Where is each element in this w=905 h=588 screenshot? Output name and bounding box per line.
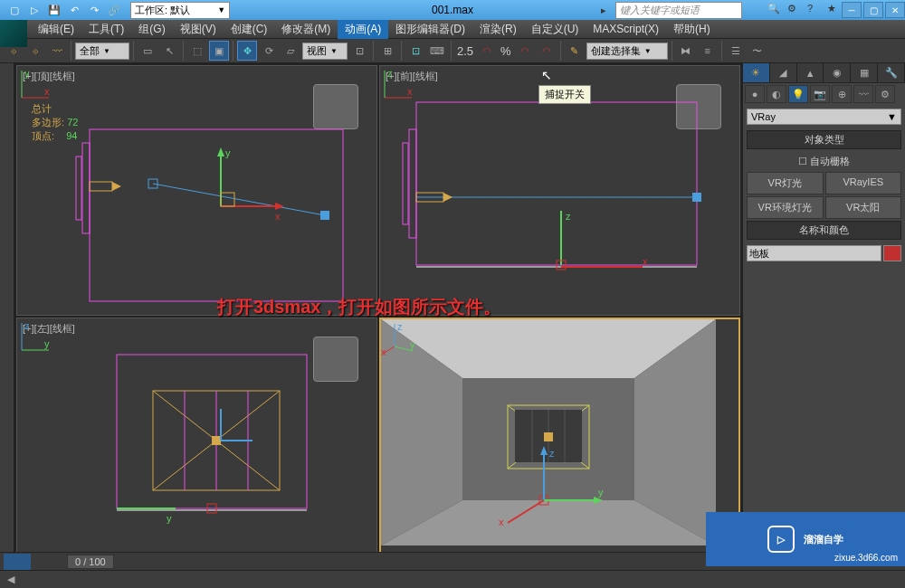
- tab-display[interactable]: ▦: [851, 63, 878, 82]
- svg-text:y: y: [44, 338, 50, 349]
- menu-help[interactable]: 帮助(H): [666, 22, 718, 37]
- select-icon[interactable]: ▭: [138, 41, 157, 61]
- window-select-icon[interactable]: ▣: [209, 41, 229, 61]
- viewport-top[interactable]: [+][顶][线框] 总计 多边形: 72 顶点: 94 y x: [16, 65, 377, 316]
- shapes-icon[interactable]: ◐: [767, 85, 786, 103]
- minimize-button[interactable]: ─: [842, 2, 862, 18]
- percent-label: %: [500, 44, 511, 58]
- ref-coord-system[interactable]: 视图▼: [302, 43, 348, 60]
- space-warps-icon[interactable]: 〰: [853, 85, 873, 103]
- app-logo-icon[interactable]: [0, 20, 27, 47]
- layers-icon[interactable]: ☰: [726, 41, 746, 61]
- keyboard-icon[interactable]: ⌨: [427, 41, 447, 61]
- menu-render[interactable]: 渲染(R): [472, 22, 524, 37]
- tab-motion[interactable]: ◉: [824, 63, 851, 82]
- menu-create[interactable]: 创建(C): [224, 22, 275, 37]
- svg-text:z: z: [387, 68, 393, 79]
- snap2d-icon[interactable]: ⊡: [405, 41, 425, 61]
- named-selection[interactable]: 创建选择集▼: [586, 43, 668, 60]
- link-icon[interactable]: 🔗: [107, 3, 121, 17]
- percent-snap-icon[interactable]: ◠: [515, 41, 535, 61]
- undo-icon[interactable]: ↶: [67, 3, 81, 17]
- svg-text:y: y: [410, 339, 415, 350]
- menu-animation[interactable]: 动画(A): [338, 20, 388, 39]
- btn-vrenvlight[interactable]: VR环境灯光: [747, 196, 824, 219]
- filename-label: 001.max: [432, 4, 473, 16]
- command-panel: ☀ ◢ ▲ ◉ ▦ 🔧 ● ◐ 💡 📷 ⊕ 〰 ⚙ VRay▼ 对象类型 ☐ 自…: [742, 63, 905, 570]
- menu-tools[interactable]: 工具(T): [81, 22, 131, 37]
- time-slider[interactable]: 0 / 100: [67, 555, 114, 569]
- move-icon[interactable]: ✥: [237, 41, 257, 61]
- select-arrow-icon[interactable]: ↖: [159, 41, 179, 61]
- svg-text:x: x: [407, 86, 413, 97]
- chevron-down-icon: ▼: [217, 5, 225, 14]
- menu-view[interactable]: 视图(V): [173, 22, 224, 37]
- open-icon[interactable]: ▷: [27, 3, 42, 17]
- viewport-perspective[interactable]: [+][VR 物理摄影[机001]][线框] z: [379, 318, 740, 568]
- tab-modify[interactable]: ◢: [770, 63, 797, 82]
- lights-icon[interactable]: 💡: [788, 85, 808, 103]
- watermark: ▷ 溜溜自学 zixue.3d66.com: [706, 512, 905, 566]
- cameras-icon[interactable]: 📷: [810, 85, 830, 103]
- rect-select-icon[interactable]: ⬚: [187, 41, 207, 61]
- curve-editor-icon[interactable]: 〜: [748, 41, 767, 61]
- tab-create[interactable]: ☀: [743, 63, 770, 82]
- renderer-select[interactable]: VRay▼: [747, 109, 901, 125]
- color-swatch[interactable]: [883, 245, 901, 261]
- search-input[interactable]: 键入关键字或短语: [615, 2, 742, 19]
- new-icon[interactable]: ▢: [7, 3, 22, 17]
- search-arrow-icon[interactable]: ▸: [601, 5, 606, 16]
- svg-text:x: x: [44, 86, 50, 97]
- systems-icon[interactable]: ⚙: [875, 85, 895, 103]
- geo-icon[interactable]: ●: [745, 85, 765, 103]
- menu-grapheditor[interactable]: 图形编辑器(D): [388, 22, 472, 37]
- menu-group[interactable]: 组(G): [131, 22, 172, 37]
- main-menu: 编辑(E) 工具(T) 组(G) 视图(V) 创建(C) 修改器(M) 动画(A…: [0, 20, 905, 38]
- play-icon: ▷: [767, 526, 795, 553]
- help-icon[interactable]: ?: [807, 3, 822, 17]
- timeline-config-icon[interactable]: [4, 554, 31, 570]
- scroll-left-icon[interactable]: ◀: [7, 574, 14, 585]
- menu-custom[interactable]: 自定义(U): [524, 22, 586, 37]
- tab-hierarchy[interactable]: ▲: [797, 63, 824, 82]
- main-toolbar: ⟐ ⟐ 〰 全部▼ ▭ ↖ ⬚ ▣ ✥ ⟳ ▱ 视图▼ ⊡ ⊞ ⊡ ⌨ 2.5 …: [0, 38, 905, 63]
- status-bar: ◀: [0, 570, 905, 588]
- bind-tool-icon[interactable]: 〰: [47, 41, 67, 61]
- svg-text:y: y: [24, 68, 30, 79]
- unlink-tool-icon[interactable]: ⟐: [25, 41, 45, 61]
- close-button[interactable]: ✕: [885, 2, 905, 18]
- maximize-button[interactable]: ▢: [863, 2, 883, 18]
- tab-utilities[interactable]: 🔧: [878, 63, 905, 82]
- save-icon[interactable]: 💾: [47, 3, 62, 17]
- svg-text:x: x: [381, 346, 386, 357]
- manip-icon[interactable]: ⊞: [377, 41, 397, 61]
- snap-tooltip: 捕捉开关: [538, 85, 591, 104]
- auto-grid-checkbox[interactable]: ☐ 自动栅格: [743, 151, 905, 172]
- align-icon[interactable]: ≡: [698, 41, 718, 61]
- edit-named-icon[interactable]: ✎: [565, 41, 585, 61]
- viewport-left[interactable]: [+][左][线框] y yz: [16, 318, 377, 568]
- workspace-label: 工作区: 默认: [135, 4, 190, 17]
- left-toolbar: [0, 63, 14, 570]
- redo-icon[interactable]: ↷: [87, 3, 101, 17]
- helpers-icon[interactable]: ⊕: [832, 85, 852, 103]
- menu-maxscript[interactable]: MAXScript(X): [586, 23, 666, 35]
- btn-vrlight[interactable]: VR灯光: [747, 172, 824, 194]
- backburner-icon[interactable]: ⚙: [787, 3, 802, 17]
- scale-icon[interactable]: ▱: [281, 41, 300, 61]
- selection-filter[interactable]: 全部▼: [75, 43, 129, 60]
- pivot-icon[interactable]: ⊡: [349, 41, 369, 61]
- rotate-icon[interactable]: ⟳: [259, 41, 279, 61]
- mirror-icon[interactable]: ⧓: [676, 41, 696, 61]
- btn-vrayies[interactable]: VRayIES: [825, 172, 902, 194]
- angle-snap-icon[interactable]: ◠: [477, 41, 497, 61]
- spinner-snap-icon[interactable]: ◠: [537, 41, 557, 61]
- menu-modifier[interactable]: 修改器(M): [274, 22, 338, 37]
- btn-vrsun[interactable]: VR太阳: [825, 196, 902, 219]
- workspace-selector[interactable]: 工作区: 默认 ▼: [130, 2, 230, 19]
- section-name-color: 名称和颜色: [747, 221, 901, 240]
- object-name-input[interactable]: [747, 245, 881, 261]
- snap-value: 2.5: [457, 44, 473, 58]
- binoculars-icon[interactable]: 🔍: [767, 3, 782, 17]
- menu-edit[interactable]: 编辑(E): [31, 22, 81, 37]
